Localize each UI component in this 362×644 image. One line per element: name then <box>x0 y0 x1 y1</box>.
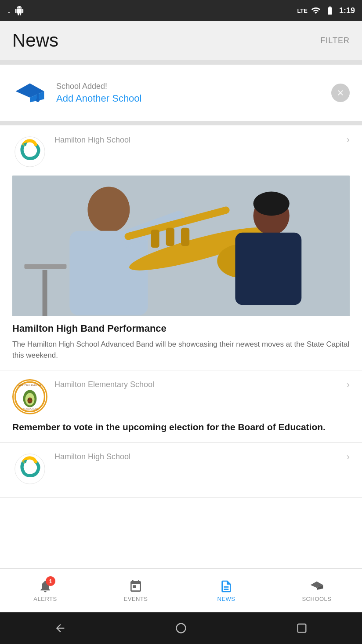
news-item-2-header: HAMILTON ELEMENTARY THE AVOCADOS Hamilto… <box>12 379 350 414</box>
status-bar: ↓ LTE 1:19 <box>0 0 362 21</box>
svg-point-7 <box>87 187 130 233</box>
news-item-1-image <box>12 176 350 316</box>
hamilton-high-logo-2 <box>12 451 47 487</box>
nav-alerts-label: ALERTS <box>33 596 57 602</box>
news-icon <box>219 579 234 594</box>
news-item-1-chevron: › <box>347 134 350 146</box>
android-nav-bar <box>0 612 362 644</box>
news-item-2[interactable]: HAMILTON ELEMENTARY THE AVOCADOS Hamilto… <box>0 370 362 443</box>
banner-close-button[interactable] <box>331 84 350 102</box>
schools-icon <box>309 579 324 594</box>
svg-rect-18 <box>235 233 301 305</box>
svg-rect-14 <box>166 228 174 246</box>
news-item-1[interactable]: Hamilton High School › <box>0 125 362 370</box>
news-item-3-chevron: › <box>347 451 350 463</box>
news-item-1-body: The Hamilton High School Advanced Band w… <box>12 339 350 361</box>
svg-point-25 <box>28 399 29 400</box>
graduation-cap-icon <box>14 77 46 109</box>
hamilton-elementary-logo: HAMILTON ELEMENTARY THE AVOCADOS <box>12 379 47 414</box>
alerts-icon: 1 <box>38 579 53 594</box>
lte-indicator: LTE <box>297 7 308 14</box>
news-item-2-chevron: › <box>347 379 350 391</box>
svg-rect-20 <box>24 264 66 269</box>
svg-text:THE AVOCADOS: THE AVOCADOS <box>22 408 39 410</box>
news-item-1-header: Hamilton High School › <box>12 134 350 169</box>
android-icon <box>14 6 24 15</box>
page-header: News FILTER <box>0 21 362 60</box>
section-divider-mid <box>0 121 362 125</box>
signal-icon <box>311 6 321 15</box>
svg-rect-15 <box>181 228 189 246</box>
news-item-1-title: Hamilton High Band Performance <box>12 322 350 335</box>
svg-rect-19 <box>43 270 47 316</box>
time-display: 1:19 <box>339 6 355 15</box>
nav-alerts[interactable]: 1 ALERTS <box>0 579 90 602</box>
news-item-1-school: Hamilton High School <box>54 135 130 145</box>
download-icon: ↓ <box>7 6 11 15</box>
news-item-2-title: Remember to vote in the upcoming electio… <box>12 421 350 433</box>
nav-news-label: NEWS <box>217 596 235 602</box>
nav-events-label: EVENTS <box>123 596 148 602</box>
battery-icon <box>324 6 336 15</box>
news-item-3[interactable]: Hamilton High School › <box>0 443 362 498</box>
events-icon <box>128 579 143 594</box>
news-item-3-meta: Hamilton High School › <box>54 451 350 463</box>
svg-point-26 <box>30 399 32 400</box>
news-item-2-school: Hamilton Elementary School <box>54 380 154 389</box>
news-item-3-header: Hamilton High School › <box>12 451 350 487</box>
svg-text:HAMILTON ELEMENTARY: HAMILTON ELEMENTARY <box>17 384 43 387</box>
bottom-nav: 1 ALERTS EVENTS NEWS SC <box>0 568 362 612</box>
home-button[interactable] <box>168 615 194 641</box>
section-divider-top <box>0 60 362 65</box>
svg-rect-36 <box>297 624 306 633</box>
svg-point-3 <box>36 98 40 102</box>
nav-events[interactable]: EVENTS <box>90 579 181 602</box>
school-added-label: School Added! <box>56 82 322 91</box>
school-added-text: School Added! Add Another School <box>56 82 322 104</box>
hamilton-high-logo-1 <box>12 134 47 169</box>
news-item-1-meta: Hamilton High School › <box>54 134 350 146</box>
svg-rect-33 <box>319 585 320 588</box>
svg-point-34 <box>319 588 321 589</box>
recents-button[interactable] <box>289 615 315 641</box>
svg-point-17 <box>253 192 290 216</box>
news-item-2-meta: Hamilton Elementary School › <box>54 379 350 391</box>
svg-point-35 <box>176 624 185 633</box>
filter-button[interactable]: FILTER <box>320 36 350 45</box>
news-item-3-school: Hamilton High School <box>54 452 130 461</box>
nav-news[interactable]: NEWS <box>181 579 272 602</box>
school-icon-wrap <box>12 75 47 110</box>
add-another-school-link[interactable]: Add Another School <box>56 93 322 104</box>
school-added-banner: School Added! Add Another School <box>0 65 362 121</box>
back-button[interactable] <box>47 615 73 641</box>
page-title: News <box>12 30 58 51</box>
alerts-badge: 1 <box>46 576 55 586</box>
news-list: Hamilton High School › <box>0 125 362 568</box>
svg-rect-2 <box>37 91 39 99</box>
nav-schools[interactable]: SCHOOLS <box>272 579 362 602</box>
nav-schools-label: SCHOOLS <box>302 596 331 602</box>
svg-point-24 <box>27 397 32 403</box>
svg-rect-13 <box>151 230 159 248</box>
